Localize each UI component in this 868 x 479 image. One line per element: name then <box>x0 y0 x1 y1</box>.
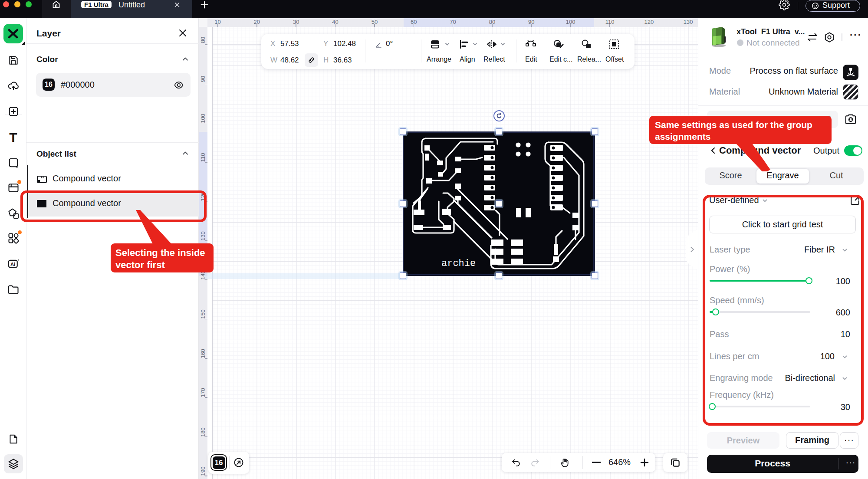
svg-text:Ai: Ai <box>10 262 15 267</box>
